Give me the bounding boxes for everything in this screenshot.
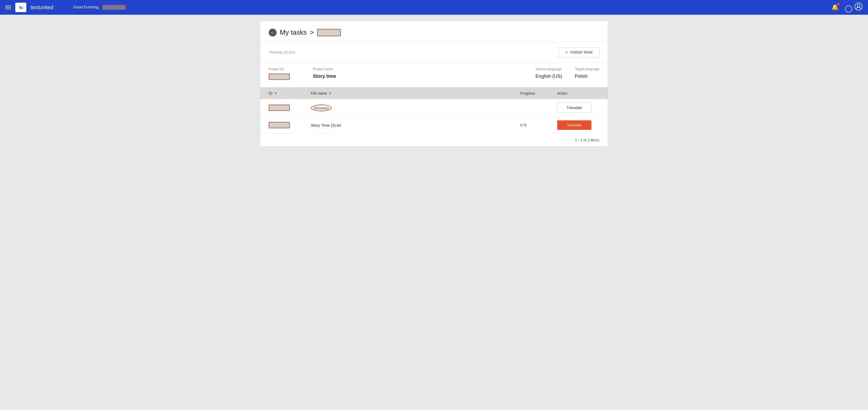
project-name-value: Story time bbox=[313, 74, 523, 79]
finish-task-button[interactable]: ✓ FINISH TASK bbox=[558, 47, 599, 57]
table-footer: 1 - 2 of 2 items bbox=[260, 134, 608, 146]
table-header: ID ▼ File name ▼ Progress Action bbox=[260, 88, 608, 99]
project-id-label: Project ID bbox=[269, 67, 300, 71]
glossary-label: Glossary bbox=[311, 105, 332, 111]
target-lang-label: Target language bbox=[575, 67, 599, 71]
main-content: ← My tasks > TRANSLATION ✓ FINISH TASK P… bbox=[250, 15, 618, 153]
user-avatar-icon[interactable]: ◯ bbox=[845, 2, 863, 12]
row1-id bbox=[269, 105, 311, 111]
source-lang-label: Source language bbox=[535, 67, 562, 71]
translation-label: TRANSLATION bbox=[269, 50, 295, 55]
source-lang-value: English (US) bbox=[535, 74, 562, 79]
col-filename: File name ▼ bbox=[311, 91, 520, 95]
header-right: 🔔 ◯ bbox=[831, 2, 863, 12]
breadcrumb-task-name bbox=[317, 29, 341, 36]
translation-section: TRANSLATION ✓ FINISH TASK bbox=[260, 42, 608, 63]
translate-button-glossary[interactable]: Translate bbox=[557, 103, 591, 113]
target-lang-col: Target language Polish bbox=[575, 67, 599, 79]
target-lang-value: Polish bbox=[575, 74, 599, 79]
project-id-col: Project ID bbox=[269, 67, 300, 80]
notification-bell-icon[interactable]: 🔔 bbox=[831, 4, 839, 11]
translate-button-story[interactable]: Translate bbox=[557, 121, 591, 130]
project-info: Project ID Project name Story time Sourc… bbox=[260, 63, 608, 87]
checkmark-icon: ✓ bbox=[565, 50, 568, 55]
notification-badge bbox=[837, 3, 840, 5]
brand-name: textunited bbox=[31, 4, 54, 10]
breadcrumb: ← My tasks > bbox=[260, 21, 608, 42]
row2-progress: 0 % bbox=[520, 123, 557, 127]
row2-action: Translate bbox=[557, 121, 599, 130]
header: Tu textunited Good Evening, 🔔 ◯ bbox=[0, 0, 868, 15]
row2-filename: Story Time (3).txt bbox=[311, 123, 520, 128]
page-card: ← My tasks > TRANSLATION ✓ FINISH TASK P… bbox=[260, 21, 608, 146]
table-row: Glossary Translate bbox=[260, 99, 608, 117]
col-action: Action bbox=[557, 91, 599, 95]
id-filter-icon[interactable]: ▼ bbox=[274, 92, 277, 95]
back-button[interactable]: ← bbox=[269, 29, 277, 37]
project-id-value bbox=[269, 74, 290, 80]
files-table: ID ▼ File name ▼ Progress Action bbox=[260, 87, 608, 146]
table-row: Story Time (3).txt 0 % Translate bbox=[260, 117, 608, 134]
my-tasks-label: My tasks bbox=[280, 28, 307, 37]
logo: Tu bbox=[15, 3, 26, 12]
col-id: ID ▼ bbox=[269, 91, 311, 95]
greeting: Good Evening, bbox=[73, 5, 126, 10]
row1-action: Translate bbox=[557, 103, 599, 113]
row2-id bbox=[269, 122, 311, 128]
project-name-label: Project name bbox=[313, 67, 523, 71]
project-name-col: Project name Story time bbox=[313, 67, 523, 79]
row1-filename: Glossary bbox=[311, 105, 520, 111]
col-progress: Progress bbox=[520, 91, 557, 95]
source-lang-col: Source language English (US) bbox=[535, 67, 562, 79]
logo-text: Tu bbox=[19, 5, 23, 10]
greeting-username bbox=[102, 5, 126, 10]
breadcrumb-separator: > bbox=[310, 28, 314, 37]
menu-icon[interactable] bbox=[5, 5, 11, 9]
filename-filter-icon[interactable]: ▼ bbox=[329, 92, 332, 95]
svg-point-1 bbox=[857, 4, 860, 7]
